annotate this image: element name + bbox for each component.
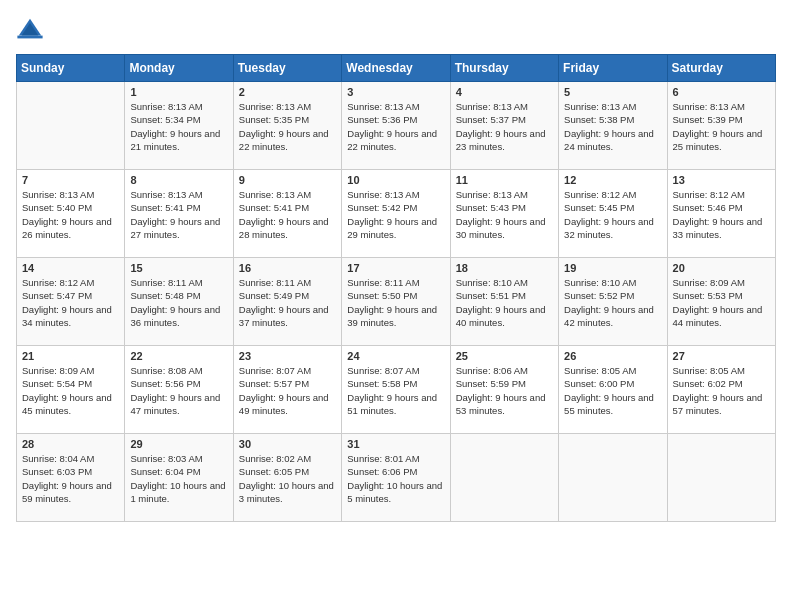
- day-number: 25: [456, 350, 553, 362]
- day-number: 17: [347, 262, 444, 274]
- day-info: Sunrise: 8:05 AMSunset: 6:00 PMDaylight:…: [564, 364, 661, 417]
- day-info: Sunrise: 8:06 AMSunset: 5:59 PMDaylight:…: [456, 364, 553, 417]
- calendar-cell: 10 Sunrise: 8:13 AMSunset: 5:42 PMDaylig…: [342, 170, 450, 258]
- day-number: 1: [130, 86, 227, 98]
- day-info: Sunrise: 8:13 AMSunset: 5:41 PMDaylight:…: [130, 188, 227, 241]
- day-info: Sunrise: 8:10 AMSunset: 5:51 PMDaylight:…: [456, 276, 553, 329]
- day-info: Sunrise: 8:13 AMSunset: 5:39 PMDaylight:…: [673, 100, 770, 153]
- day-info: Sunrise: 8:04 AMSunset: 6:03 PMDaylight:…: [22, 452, 119, 505]
- day-number: 16: [239, 262, 336, 274]
- calendar-cell: 27 Sunrise: 8:05 AMSunset: 6:02 PMDaylig…: [667, 346, 775, 434]
- day-info: Sunrise: 8:11 AMSunset: 5:48 PMDaylight:…: [130, 276, 227, 329]
- calendar-cell: 18 Sunrise: 8:10 AMSunset: 5:51 PMDaylig…: [450, 258, 558, 346]
- day-number: 21: [22, 350, 119, 362]
- day-number: 28: [22, 438, 119, 450]
- day-number: 2: [239, 86, 336, 98]
- day-info: Sunrise: 8:11 AMSunset: 5:49 PMDaylight:…: [239, 276, 336, 329]
- day-number: 14: [22, 262, 119, 274]
- day-info: Sunrise: 8:13 AMSunset: 5:40 PMDaylight:…: [22, 188, 119, 241]
- calendar-table: SundayMondayTuesdayWednesdayThursdayFrid…: [16, 54, 776, 522]
- day-number: 19: [564, 262, 661, 274]
- calendar-cell: 5 Sunrise: 8:13 AMSunset: 5:38 PMDayligh…: [559, 82, 667, 170]
- calendar-cell: 4 Sunrise: 8:13 AMSunset: 5:37 PMDayligh…: [450, 82, 558, 170]
- calendar-cell: 1 Sunrise: 8:13 AMSunset: 5:34 PMDayligh…: [125, 82, 233, 170]
- calendar-cell: 15 Sunrise: 8:11 AMSunset: 5:48 PMDaylig…: [125, 258, 233, 346]
- day-info: Sunrise: 8:10 AMSunset: 5:52 PMDaylight:…: [564, 276, 661, 329]
- calendar-cell: 14 Sunrise: 8:12 AMSunset: 5:47 PMDaylig…: [17, 258, 125, 346]
- week-row-5: 28 Sunrise: 8:04 AMSunset: 6:03 PMDaylig…: [17, 434, 776, 522]
- week-row-1: 1 Sunrise: 8:13 AMSunset: 5:34 PMDayligh…: [17, 82, 776, 170]
- day-info: Sunrise: 8:05 AMSunset: 6:02 PMDaylight:…: [673, 364, 770, 417]
- calendar-cell: 3 Sunrise: 8:13 AMSunset: 5:36 PMDayligh…: [342, 82, 450, 170]
- calendar-cell: 21 Sunrise: 8:09 AMSunset: 5:54 PMDaylig…: [17, 346, 125, 434]
- calendar-cell: 29 Sunrise: 8:03 AMSunset: 6:04 PMDaylig…: [125, 434, 233, 522]
- week-row-2: 7 Sunrise: 8:13 AMSunset: 5:40 PMDayligh…: [17, 170, 776, 258]
- day-number: 18: [456, 262, 553, 274]
- calendar-cell: 25 Sunrise: 8:06 AMSunset: 5:59 PMDaylig…: [450, 346, 558, 434]
- calendar-cell: 8 Sunrise: 8:13 AMSunset: 5:41 PMDayligh…: [125, 170, 233, 258]
- day-number: 6: [673, 86, 770, 98]
- day-number: 13: [673, 174, 770, 186]
- calendar-cell: 19 Sunrise: 8:10 AMSunset: 5:52 PMDaylig…: [559, 258, 667, 346]
- weekday-header-tuesday: Tuesday: [233, 55, 341, 82]
- day-number: 26: [564, 350, 661, 362]
- day-number: 9: [239, 174, 336, 186]
- day-info: Sunrise: 8:13 AMSunset: 5:34 PMDaylight:…: [130, 100, 227, 153]
- weekday-header-thursday: Thursday: [450, 55, 558, 82]
- calendar-cell: [17, 82, 125, 170]
- day-number: 15: [130, 262, 227, 274]
- day-info: Sunrise: 8:13 AMSunset: 5:41 PMDaylight:…: [239, 188, 336, 241]
- day-info: Sunrise: 8:12 AMSunset: 5:47 PMDaylight:…: [22, 276, 119, 329]
- week-row-3: 14 Sunrise: 8:12 AMSunset: 5:47 PMDaylig…: [17, 258, 776, 346]
- day-number: 31: [347, 438, 444, 450]
- day-number: 5: [564, 86, 661, 98]
- page: SundayMondayTuesdayWednesdayThursdayFrid…: [0, 0, 792, 612]
- day-info: Sunrise: 8:12 AMSunset: 5:46 PMDaylight:…: [673, 188, 770, 241]
- weekday-header-sunday: Sunday: [17, 55, 125, 82]
- calendar-cell: 26 Sunrise: 8:05 AMSunset: 6:00 PMDaylig…: [559, 346, 667, 434]
- calendar-cell: 13 Sunrise: 8:12 AMSunset: 5:46 PMDaylig…: [667, 170, 775, 258]
- calendar-cell: 20 Sunrise: 8:09 AMSunset: 5:53 PMDaylig…: [667, 258, 775, 346]
- weekday-header-saturday: Saturday: [667, 55, 775, 82]
- calendar-cell: 7 Sunrise: 8:13 AMSunset: 5:40 PMDayligh…: [17, 170, 125, 258]
- logo-icon: [16, 16, 44, 44]
- day-number: 7: [22, 174, 119, 186]
- calendar-cell: 17 Sunrise: 8:11 AMSunset: 5:50 PMDaylig…: [342, 258, 450, 346]
- day-number: 30: [239, 438, 336, 450]
- day-info: Sunrise: 8:13 AMSunset: 5:37 PMDaylight:…: [456, 100, 553, 153]
- day-info: Sunrise: 8:13 AMSunset: 5:42 PMDaylight:…: [347, 188, 444, 241]
- calendar-cell: 16 Sunrise: 8:11 AMSunset: 5:49 PMDaylig…: [233, 258, 341, 346]
- weekday-header-monday: Monday: [125, 55, 233, 82]
- calendar-cell: 12 Sunrise: 8:12 AMSunset: 5:45 PMDaylig…: [559, 170, 667, 258]
- calendar-cell: 28 Sunrise: 8:04 AMSunset: 6:03 PMDaylig…: [17, 434, 125, 522]
- calendar-cell: 24 Sunrise: 8:07 AMSunset: 5:58 PMDaylig…: [342, 346, 450, 434]
- calendar-cell: 2 Sunrise: 8:13 AMSunset: 5:35 PMDayligh…: [233, 82, 341, 170]
- calendar-cell: 30 Sunrise: 8:02 AMSunset: 6:05 PMDaylig…: [233, 434, 341, 522]
- day-info: Sunrise: 8:09 AMSunset: 5:53 PMDaylight:…: [673, 276, 770, 329]
- day-number: 29: [130, 438, 227, 450]
- calendar-cell: 23 Sunrise: 8:07 AMSunset: 5:57 PMDaylig…: [233, 346, 341, 434]
- day-info: Sunrise: 8:13 AMSunset: 5:38 PMDaylight:…: [564, 100, 661, 153]
- day-info: Sunrise: 8:12 AMSunset: 5:45 PMDaylight:…: [564, 188, 661, 241]
- calendar-cell: 9 Sunrise: 8:13 AMSunset: 5:41 PMDayligh…: [233, 170, 341, 258]
- day-info: Sunrise: 8:09 AMSunset: 5:54 PMDaylight:…: [22, 364, 119, 417]
- day-info: Sunrise: 8:07 AMSunset: 5:58 PMDaylight:…: [347, 364, 444, 417]
- weekday-header-wednesday: Wednesday: [342, 55, 450, 82]
- calendar-cell: 6 Sunrise: 8:13 AMSunset: 5:39 PMDayligh…: [667, 82, 775, 170]
- day-info: Sunrise: 8:08 AMSunset: 5:56 PMDaylight:…: [130, 364, 227, 417]
- calendar-cell: 11 Sunrise: 8:13 AMSunset: 5:43 PMDaylig…: [450, 170, 558, 258]
- day-info: Sunrise: 8:11 AMSunset: 5:50 PMDaylight:…: [347, 276, 444, 329]
- day-number: 11: [456, 174, 553, 186]
- day-number: 20: [673, 262, 770, 274]
- svg-rect-2: [17, 36, 42, 39]
- day-number: 4: [456, 86, 553, 98]
- day-number: 3: [347, 86, 444, 98]
- calendar-cell: [450, 434, 558, 522]
- day-number: 22: [130, 350, 227, 362]
- day-info: Sunrise: 8:13 AMSunset: 5:36 PMDaylight:…: [347, 100, 444, 153]
- week-row-4: 21 Sunrise: 8:09 AMSunset: 5:54 PMDaylig…: [17, 346, 776, 434]
- logo: [16, 16, 48, 44]
- day-info: Sunrise: 8:13 AMSunset: 5:43 PMDaylight:…: [456, 188, 553, 241]
- day-info: Sunrise: 8:01 AMSunset: 6:06 PMDaylight:…: [347, 452, 444, 505]
- calendar-cell: 31 Sunrise: 8:01 AMSunset: 6:06 PMDaylig…: [342, 434, 450, 522]
